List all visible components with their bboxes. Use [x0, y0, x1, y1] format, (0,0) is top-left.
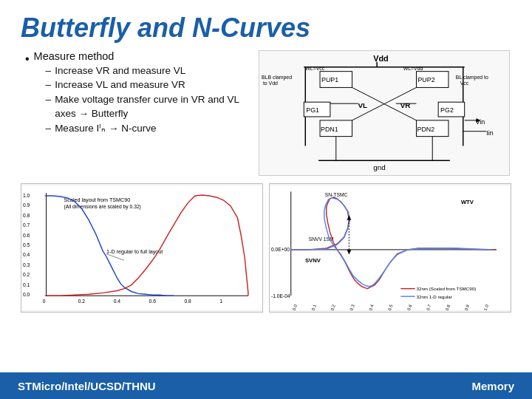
circuit-svg: Vdd PUP1 PUP2 BLB clamped to Vdd WL=Vcc [259, 51, 509, 175]
svg-text:0.3: 0.3 [23, 262, 30, 267]
svg-text:0.9: 0.9 [23, 202, 30, 208]
sub-item-2: – Increase VL and measure VR [46, 78, 250, 92]
svg-text:PG2: PG2 [440, 106, 454, 114]
svg-text:0.0E+00: 0.0E+00 [271, 246, 290, 251]
sub-item-4: – Measure Iᴵₙ → N-curve [46, 121, 250, 136]
svg-text:32nm (Scaled from TSMC90): 32nm (Scaled from TSMC90) [416, 286, 476, 291]
dash-4: – [46, 121, 52, 136]
svg-text:PUP2: PUP2 [417, 76, 434, 83]
footer-right-text: Memory [471, 380, 514, 392]
content-area: • Measure method – Increase VR and measu… [21, 50, 511, 176]
svg-text:SVNV: SVNV [305, 257, 321, 264]
svg-text:SN-TSMC: SN-TSMC [325, 192, 348, 197]
graph-right: WTV SVNV -1.0E-04 0.0E+00 0.0 0.1 0.2 0.… [269, 183, 511, 313]
svg-text:0.8: 0.8 [185, 298, 192, 303]
svg-text:0.4: 0.4 [114, 298, 121, 303]
bullet-dot: • [25, 52, 30, 66]
graph-right-svg: WTV SVNV -1.0E-04 0.0E+00 0.0 0.1 0.2 0.… [270, 184, 511, 312]
svg-text:0.2: 0.2 [23, 272, 30, 277]
svg-text:VL: VL [358, 101, 367, 109]
svg-text:PDN2: PDN2 [417, 125, 434, 132]
left-panel: • Measure method – Increase VR and measu… [21, 50, 250, 176]
sub-item-1: – Increase VR and measure VL [46, 64, 250, 78]
svg-text:PG1: PG1 [306, 106, 319, 114]
svg-text:Vcc: Vcc [460, 81, 469, 86]
svg-text:PUP1: PUP1 [321, 76, 338, 83]
footer-left-text: STMicro/Intel/UCSD/THNU [18, 380, 156, 392]
slide-title: Butterfly and N-Curves [21, 13, 511, 43]
svg-text:0.6: 0.6 [23, 232, 30, 237]
svg-text:0.6: 0.6 [149, 298, 157, 303]
svg-text:PDN1: PDN1 [321, 125, 338, 132]
sub-text-4: Measure Iᴵₙ → N-curve [55, 121, 156, 136]
svg-text:1.0: 1.0 [23, 193, 30, 198]
svg-text:BLB clamped: BLB clamped [262, 74, 292, 80]
circuit-placeholder: Vdd PUP1 PUP2 BLB clamped to Vdd WL=Vcc [259, 50, 510, 176]
dash-3: – [46, 92, 52, 107]
svg-text:0.2: 0.2 [78, 298, 86, 303]
svg-text:WL=Vcc: WL=Vcc [305, 65, 324, 70]
svg-text:WTV: WTV [461, 198, 474, 205]
svg-text:0.5: 0.5 [23, 242, 30, 248]
sub-text-1: Increase VR and measure VL [55, 64, 185, 78]
svg-text:WL=Vdd: WL=Vdd [403, 65, 423, 70]
svg-text:1-D regular to full layout: 1-D regular to full layout [106, 248, 163, 254]
svg-text:BL clamped to: BL clamped to [456, 74, 488, 80]
svg-text:0: 0 [43, 298, 46, 303]
svg-text:0.1: 0.1 [23, 282, 30, 287]
graphs-area: 1.0 0.9 0.8 0.7 0.6 0.5 0.4 0.3 0.2 0.1 … [21, 183, 511, 313]
svg-text:0.4: 0.4 [23, 252, 30, 257]
svg-text:0.8: 0.8 [23, 212, 30, 217]
dash-2: – [46, 78, 52, 92]
svg-text:Iin: Iin [486, 129, 493, 136]
bullet-list: • Measure method – Increase VR and measu… [21, 50, 250, 136]
measure-method-label: Measure method [34, 50, 115, 62]
svg-text:Scaled layout from TSMC90: Scaled layout from TSMC90 [64, 196, 131, 202]
svg-text:0.0: 0.0 [23, 292, 30, 297]
slide: Butterfly and N-Curves • Measure method … [0, 0, 532, 399]
svg-text:gnd: gnd [373, 163, 385, 171]
graph-left: 1.0 0.9 0.8 0.7 0.6 0.5 0.4 0.3 0.2 0.1 … [21, 183, 263, 313]
svg-text:to Vdd: to Vdd [263, 81, 278, 86]
svg-text:-1.0E-04: -1.0E-04 [271, 293, 290, 299]
sub-text-2: Increase VL and measure VR [55, 78, 185, 92]
svg-text:32nm 1-D regular: 32nm 1-D regular [416, 294, 451, 299]
svg-text:(All dimensions are scaled by : (All dimensions are scaled by 0.32) [64, 204, 141, 210]
sub-text-3: Make voltage transfer curve in VR and VL… [55, 92, 250, 121]
svg-text:0.7: 0.7 [23, 222, 30, 228]
svg-rect-0 [260, 51, 508, 175]
sub-item-3: – Make voltage transfer curve in VR and … [46, 92, 250, 121]
footer: STMicro/Intel/UCSD/THNU Memory [0, 372, 532, 399]
graph-left-svg: 1.0 0.9 0.8 0.7 0.6 0.5 0.4 0.3 0.2 0.1 … [21, 184, 262, 312]
svg-text:Vdd: Vdd [373, 53, 389, 62]
sub-list: – Increase VR and measure VL – Increase … [34, 64, 250, 136]
svg-text:1: 1 [219, 298, 222, 303]
main-bullet: • Measure method – Increase VR and measu… [25, 50, 250, 136]
circuit-diagram-area: Vdd PUP1 PUP2 BLB clamped to Vdd WL=Vcc [257, 50, 511, 176]
dash-1: – [46, 64, 52, 78]
svg-text:VR: VR [400, 101, 411, 109]
